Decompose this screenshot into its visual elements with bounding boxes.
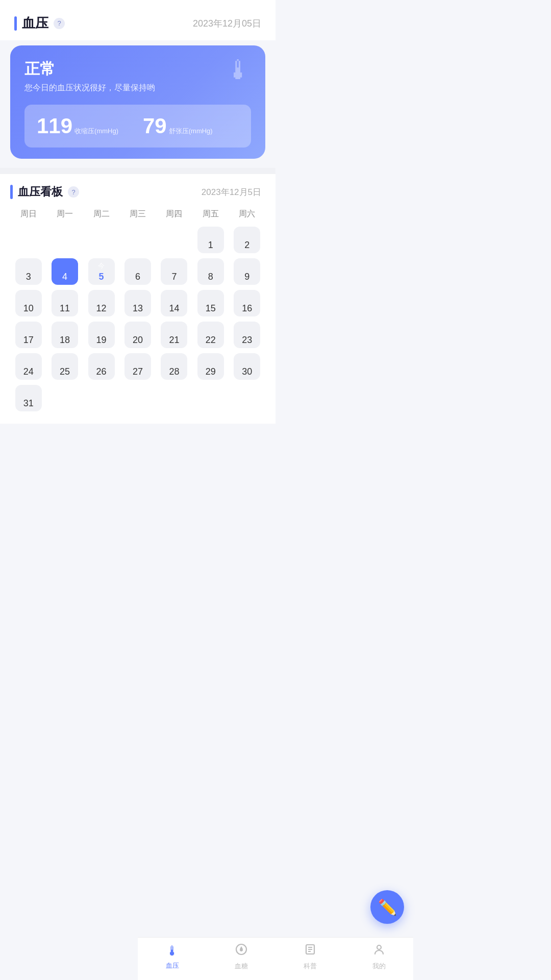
calendar-cell[interactable]: 12 bbox=[83, 290, 119, 318]
calendar-cell[interactable]: 17 bbox=[10, 322, 46, 350]
calendar: 周日 周一 周二 周三 周四 周五 周六 1234今56789101112131… bbox=[10, 206, 265, 419]
calendar-cell[interactable]: 2 bbox=[229, 227, 265, 255]
calendar-cell[interactable]: 24 bbox=[10, 353, 46, 382]
weekday-4: 周四 bbox=[156, 206, 192, 223]
calendar-cell[interactable]: 26 bbox=[83, 353, 119, 382]
calendar-cell[interactable]: 3 bbox=[10, 258, 46, 287]
calendar-cell[interactable] bbox=[156, 385, 192, 413]
calendar-cell[interactable]: 25 bbox=[46, 353, 83, 382]
systolic-group: 119 收缩压(mmHg) bbox=[37, 114, 118, 138]
calendar-cell[interactable] bbox=[46, 227, 83, 255]
dashboard-date: 2023年12月5日 bbox=[202, 186, 261, 198]
diastolic-group: 79 舒张压(mmHg) bbox=[143, 114, 213, 138]
systolic-value: 119 bbox=[37, 114, 72, 138]
calendar-cell[interactable]: 31 bbox=[10, 385, 46, 413]
calendar-cell[interactable]: 29 bbox=[192, 353, 229, 382]
thermometer-bg-icon: 🌡 bbox=[226, 55, 252, 85]
calendar-cell[interactable]: 14 bbox=[156, 290, 192, 318]
calendar-cell[interactable]: 4 bbox=[46, 258, 83, 287]
dashboard-title: 血压看板 bbox=[18, 184, 63, 200]
calendar-cell[interactable]: 11 bbox=[46, 290, 83, 318]
calendar-cell[interactable] bbox=[229, 385, 265, 413]
calendar-cell[interactable]: 10 bbox=[10, 290, 46, 318]
calendar-cell[interactable]: 21 bbox=[156, 322, 192, 350]
page-header: 血压 ? 2023年12月05日 bbox=[0, 0, 276, 40]
weekday-6: 周六 bbox=[229, 206, 265, 223]
weekday-3: 周三 bbox=[119, 206, 156, 223]
weekday-1: 周一 bbox=[46, 206, 83, 223]
calendar-cell[interactable] bbox=[119, 227, 156, 255]
weekday-2: 周二 bbox=[83, 206, 119, 223]
dashboard-accent-bar bbox=[10, 185, 13, 199]
calendar-cell[interactable]: 22 bbox=[192, 322, 229, 350]
calendar-cell[interactable]: 13 bbox=[119, 290, 156, 318]
accent-bar bbox=[14, 16, 17, 31]
dashboard-section: 血压看板 ? 2023年12月5日 周日 周一 周二 周三 周四 周五 周六 1… bbox=[0, 174, 276, 424]
calendar-cell[interactable]: 1 bbox=[192, 227, 229, 255]
section-divider bbox=[0, 168, 276, 174]
diastolic-label: 舒张压(mmHg) bbox=[169, 127, 213, 136]
calendar-cell[interactable] bbox=[83, 227, 119, 255]
header-date: 2023年12月05日 bbox=[193, 17, 261, 30]
calendar-cell[interactable]: 今5 bbox=[83, 258, 119, 287]
dashboard-help-button[interactable]: ? bbox=[68, 186, 79, 198]
help-button[interactable]: ? bbox=[54, 18, 65, 29]
calendar-cell[interactable] bbox=[192, 385, 229, 413]
calendar-weekdays: 周日 周一 周二 周三 周四 周五 周六 bbox=[10, 206, 265, 223]
page-title: 血压 bbox=[22, 14, 48, 32]
calendar-cell[interactable]: 7 bbox=[156, 258, 192, 287]
calendar-cell[interactable]: 18 bbox=[46, 322, 83, 350]
calendar-cell[interactable]: 19 bbox=[83, 322, 119, 350]
calendar-cell[interactable]: 15 bbox=[192, 290, 229, 318]
calendar-cell[interactable] bbox=[83, 385, 119, 413]
calendar-cell[interactable]: 23 bbox=[229, 322, 265, 350]
calendar-cell[interactable] bbox=[156, 227, 192, 255]
calendar-cell[interactable]: 30 bbox=[229, 353, 265, 382]
calendar-cell[interactable]: 9 bbox=[229, 258, 265, 287]
bp-values-box: 119 收缩压(mmHg) 79 舒张压(mmHg) bbox=[24, 105, 251, 148]
calendar-cell[interactable]: 28 bbox=[156, 353, 192, 382]
calendar-cell[interactable] bbox=[119, 385, 156, 413]
calendar-cell[interactable]: 27 bbox=[119, 353, 156, 382]
weekday-0: 周日 bbox=[10, 206, 46, 223]
status-description: 您今日的血压状况很好，尽量保持哟 bbox=[24, 83, 251, 93]
calendar-cell[interactable]: 20 bbox=[119, 322, 156, 350]
dashboard-header-left: 血压看板 ? bbox=[10, 184, 79, 200]
calendar-cell[interactable]: 8 bbox=[192, 258, 229, 287]
calendar-cell[interactable]: 16 bbox=[229, 290, 265, 318]
calendar-grid: 1234今56789101112131415161718192021222324… bbox=[10, 227, 265, 413]
calendar-cell[interactable] bbox=[10, 227, 46, 255]
systolic-label: 收缩压(mmHg) bbox=[74, 127, 118, 136]
dashboard-header: 血压看板 ? 2023年12月5日 bbox=[10, 174, 265, 206]
status-card: 🌡 正常 您今日的血压状况很好，尽量保持哟 119 收缩压(mmHg) 79 舒… bbox=[10, 45, 265, 159]
weekday-5: 周五 bbox=[192, 206, 229, 223]
diastolic-value: 79 bbox=[143, 114, 167, 138]
status-label: 正常 bbox=[24, 59, 251, 80]
calendar-cell[interactable]: 6 bbox=[119, 258, 156, 287]
header-left: 血压 ? bbox=[14, 14, 65, 32]
calendar-cell[interactable] bbox=[46, 385, 83, 413]
